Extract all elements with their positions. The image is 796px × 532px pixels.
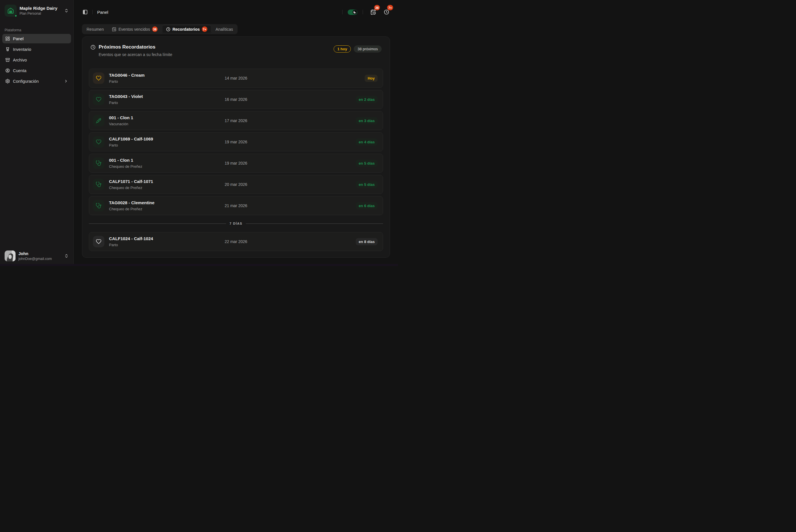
sidebar-item-label: Inventario — [13, 47, 31, 52]
sidebar-item-label: Panel — [13, 37, 23, 41]
due-date: 16 mar 2026 — [224, 97, 247, 102]
chevrons-up-down-icon — [64, 254, 69, 258]
sidebar-item-inventario[interactable]: Inventario — [2, 44, 71, 54]
sidebar: Maple Ridge Dairy Plan Personal Platafor… — [0, 0, 74, 266]
event-type-tile — [93, 115, 104, 127]
due-date: 19 mar 2026 — [224, 139, 247, 144]
sidebar-item-cuenta[interactable]: Cuenta — [2, 66, 71, 75]
user-menu[interactable]: John johnDoe@gmail.com — [3, 249, 70, 263]
seven-days-divider: 7 DÍAS — [89, 222, 383, 225]
divider — [342, 10, 343, 14]
event-type-label: Chequeo de Preñez — [109, 207, 155, 211]
stethoscope-icon — [96, 160, 102, 166]
tab-eventos-vencidos[interactable]: Eventos vencidos 38 — [108, 25, 161, 33]
tabs-row: Resumen Eventos vencidos 38 Recordatorio… — [74, 24, 398, 34]
sidebar-item-archivo[interactable]: Archivo — [2, 55, 71, 64]
due-badge: en 5 días — [356, 181, 378, 188]
overdue-count-badge: 38 — [374, 5, 380, 10]
divider — [363, 10, 363, 14]
tab-label: Analíticas — [216, 27, 233, 32]
org-switcher[interactable]: Maple Ridge Dairy Plan Personal — [2, 2, 71, 19]
reminder-row[interactable]: TAG0028 - Clementine Chequeo de Preñez 2… — [89, 196, 383, 215]
due-date: 19 mar 2026 — [224, 161, 247, 166]
archive-icon — [5, 57, 10, 62]
due-badge: Hoy — [365, 75, 378, 82]
event-type-tile — [93, 72, 104, 84]
tab-resumen[interactable]: Resumen — [83, 25, 108, 33]
topbar: Panel 38 7+ — [74, 0, 398, 24]
divider — [92, 10, 93, 14]
stethoscope-icon — [96, 182, 102, 187]
gear-icon — [5, 79, 10, 83]
event-type-tile — [93, 236, 104, 247]
event-type-label: Parto — [109, 243, 153, 247]
heart-icon — [96, 96, 102, 102]
sidebar-item-configuracion[interactable]: Configuración — [2, 76, 71, 86]
reminder-row[interactable]: CALF1024 - Calf-1024 Parto 22 mar 2026 e… — [89, 232, 383, 251]
tab-label: Resumen — [87, 27, 104, 32]
due-date: 14 mar 2026 — [224, 76, 247, 80]
animal-title: CALF1071 - Calf-1071 — [109, 179, 153, 184]
org-status-dot — [14, 14, 17, 17]
event-type-label: Parto — [109, 100, 143, 105]
due-badge: en 8 días — [356, 238, 378, 245]
reminder-row[interactable]: CALF1071 - Calf-1071 Chequeo de Preñez 2… — [89, 175, 383, 194]
today-count-pill: 1 hoy — [333, 45, 351, 53]
sidebar-item-panel[interactable]: Panel — [2, 34, 71, 43]
event-type-label: Parto — [109, 143, 153, 147]
user-circle-icon — [5, 68, 10, 73]
animal-title: TAG0028 - Clementine — [109, 200, 155, 205]
toggle-knob — [352, 10, 357, 14]
panel-left-icon — [83, 10, 88, 15]
chevrons-up-down-icon — [64, 8, 69, 13]
reminder-row[interactable]: 001 - Clon 1 Chequeo de Preñez 19 mar 20… — [89, 154, 383, 173]
cow-icon — [5, 47, 10, 52]
heart-icon — [96, 239, 102, 245]
reminder-row[interactable]: 001 - Clon 1 Vacunación 17 mar 2026 en 3… — [89, 111, 383, 130]
org-name: Maple Ridge Dairy — [20, 6, 57, 11]
syringe-icon — [96, 118, 102, 124]
tab-analiticas[interactable]: Analíticas — [212, 25, 237, 33]
due-badge: en 5 días — [356, 160, 378, 167]
animal-title: TAG0046 - Cream — [109, 73, 145, 78]
card-header: Próximos Recordatorios Eventos que se ac… — [82, 37, 390, 57]
reminders-button[interactable]: 7+ — [384, 9, 390, 15]
tab-recordatorios[interactable]: Recordatorios 7+ — [162, 25, 211, 33]
chevron-right-icon — [64, 79, 68, 83]
due-badge: en 6 días — [356, 202, 378, 209]
calendar-clock-icon — [112, 27, 116, 32]
due-date: 22 mar 2026 — [224, 239, 247, 244]
tab-label: Recordatorios — [173, 27, 200, 32]
due-badge: en 4 días — [356, 138, 378, 146]
heart-icon — [96, 75, 102, 81]
due-date: 20 mar 2026 — [224, 182, 247, 187]
event-type-label: Vacunación — [109, 122, 133, 126]
user-name: John — [18, 251, 52, 256]
heart-icon — [96, 139, 102, 145]
dashboard-icon — [5, 36, 10, 41]
org-plan: Plan Personal — [20, 12, 57, 16]
org-logo — [5, 5, 17, 17]
reminder-row[interactable]: CALF1069 - Calf-1069 Parto 19 mar 2026 e… — [89, 132, 383, 151]
reminder-list: TAG0046 - Cream Parto 14 mar 2026 Hoy TA… — [82, 69, 390, 215]
reminder-row[interactable]: TAG0046 - Cream Parto 14 mar 2026 Hoy — [89, 69, 383, 88]
due-badge: en 3 días — [356, 117, 378, 125]
animal-title: 001 - Clon 1 — [109, 115, 133, 120]
card-subtitle: Eventos que se acercan a su fecha límite — [98, 52, 172, 57]
tab-badge: 38 — [152, 26, 158, 32]
divider-label: 7 DÍAS — [230, 222, 242, 225]
animal-title: TAG0043 - Violet — [109, 94, 143, 99]
overdue-events-button[interactable]: 38 — [370, 9, 376, 15]
sidebar-toggle-button[interactable] — [83, 10, 88, 15]
reminders-count-badge: 7+ — [387, 5, 393, 10]
event-type-tile — [93, 200, 104, 211]
sidebar-nav: Panel Inventario Archivo Cuenta Configur… — [0, 34, 73, 86]
animal-title: 001 - Clon 1 — [109, 158, 142, 163]
event-type-label: Chequeo de Preñez — [109, 186, 153, 190]
dark-mode-toggle[interactable] — [348, 10, 358, 15]
sidebar-item-label: Archivo — [13, 58, 27, 62]
tab-label: Eventos vencidos — [119, 27, 150, 32]
reminder-row[interactable]: TAG0043 - Violet Parto 16 mar 2026 en 2 … — [89, 90, 383, 109]
event-type-tile — [93, 157, 104, 169]
reminder-list-after-divider: CALF1024 - Calf-1024 Parto 22 mar 2026 e… — [82, 232, 390, 251]
